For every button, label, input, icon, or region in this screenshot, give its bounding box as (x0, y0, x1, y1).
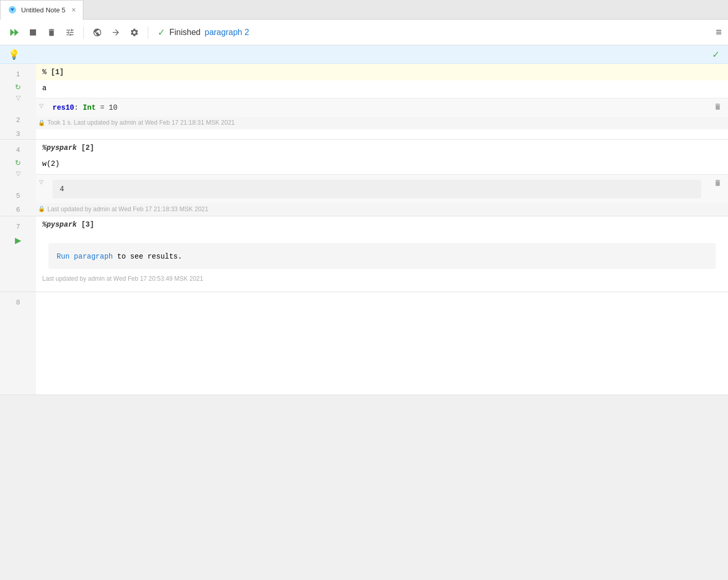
para-1-body: % [1] a ▽ res10: Int = 10 (36, 64, 728, 139)
para-1-gutter: 1 ↻ ▽ 2 3 (0, 64, 36, 139)
para-2-output-collapse[interactable]: ▽ (39, 179, 43, 185)
status-text: Finished (169, 28, 200, 37)
gear-button[interactable] (126, 24, 143, 41)
para-8-gutter: 8 (0, 292, 36, 395)
clear-button[interactable] (43, 24, 60, 41)
toolbar: ✓ Finished paragraph 2 ≡ (0, 20, 728, 45)
line-num-5: 5 (16, 191, 20, 201)
para-3-meta: Last updated by admin at Wed Feb 17 20:5… (42, 273, 722, 285)
arrow-right-icon (111, 28, 120, 37)
paragraph-2: 4 ↻ ▽ 5 6 %pyspark [2] w(2) ▽ (0, 140, 728, 216)
paragraph-8: 8 (0, 292, 728, 395)
svg-rect-3 (30, 29, 36, 36)
para-1-delete-button[interactable] (707, 98, 728, 117)
para-2-meta-text: Last updated by admin at Wed Feb 17 21:1… (47, 206, 209, 213)
zeppelin-icon (8, 5, 17, 14)
para-2-code-line-1: w(2) (42, 158, 722, 169)
para-1-res-keyword: res10 (53, 104, 74, 112)
stop-button[interactable] (25, 24, 41, 41)
hint-check-icon: ✓ (712, 49, 720, 60)
settings-button[interactable] (62, 24, 78, 41)
para-2-meta: 🔒 Last updated by admin at Wed Feb 17 21… (36, 203, 728, 216)
para-3-bracket: [3] (77, 220, 94, 229)
sliders-icon (65, 28, 75, 37)
para-3-magic: %pyspark (42, 220, 77, 229)
line-num-8: 8 (16, 297, 20, 308)
para-2-magic: %pyspark (42, 144, 77, 152)
para-2-collapse-button[interactable]: ▽ (16, 170, 21, 177)
para-1-output-content: res10: Int = 10 (46, 98, 707, 117)
para-3-run-para-box: Run paragraph to see results. (48, 243, 716, 269)
hint-bar: 💡 ✓ (0, 45, 728, 64)
line-num-6: 6 (16, 204, 20, 215)
para-1-meta: 🔒 Took 1 s. Last updated by admin at Wed… (36, 117, 728, 129)
para-2-delete-button[interactable] (707, 175, 728, 203)
para-1-lock-icon: 🔒 (38, 120, 45, 126)
para-1-collapse-button[interactable]: ▽ (16, 94, 21, 101)
para-1-output-collapse[interactable]: ▽ (39, 103, 43, 109)
para-1-bracket: [1] (46, 68, 64, 76)
run-all-icon (9, 27, 20, 38)
para-2-header[interactable]: %pyspark [2] (36, 140, 728, 156)
para-3-gutter: 7 ▶ (0, 216, 36, 292)
para-2-trash-icon (714, 179, 722, 187)
para-2-output-content: 4 (46, 175, 707, 203)
svg-marker-2 (14, 29, 19, 36)
para-3-run-result-area: Run paragraph to see results. Last updat… (36, 233, 728, 292)
line-num-4: 4 (16, 145, 20, 156)
hint-bulb-icon: 💡 (8, 49, 20, 60)
line-num-2: 2 (16, 115, 20, 126)
globe-button[interactable] (89, 24, 106, 41)
para-2-bracket: [2] (77, 144, 94, 152)
toolbar-divider-1 (83, 26, 84, 39)
line-num-7: 7 (16, 221, 20, 232)
line-num-1: 1 (16, 69, 20, 80)
para-1-header[interactable]: % [1] (36, 64, 728, 80)
para-1-trash-icon (714, 103, 722, 111)
stop-icon (29, 28, 37, 37)
paragraph-1: 1 ↻ ▽ 2 3 % [1] a ▽ r (0, 64, 728, 140)
para-2-gutter: 4 ↻ ▽ 5 6 (0, 140, 36, 215)
gear-icon (130, 28, 139, 37)
para-1-code[interactable]: a (36, 80, 728, 98)
notebook-tab[interactable]: Untitled Note 5 × (0, 0, 83, 20)
para-1-magic: % (42, 68, 46, 76)
para-3-run-link[interactable]: Run paragraph (57, 252, 113, 261)
para-1-type: Int (83, 104, 96, 112)
para-3-run-text: to see results. (113, 252, 182, 261)
para-1-output: ▽ res10: Int = 10 (36, 98, 728, 117)
line-num-3: 3 (16, 129, 20, 140)
trash-icon (47, 28, 56, 37)
para-2-run-button[interactable]: ↻ (15, 159, 21, 167)
para-3-body: %pyspark [3] Run paragraph to see result… (36, 216, 728, 292)
para-2-code[interactable]: w(2) (36, 156, 728, 174)
toolbar-menu-button[interactable]: ≡ (716, 26, 722, 38)
para-2-output: ▽ 4 (36, 174, 728, 203)
toolbar-divider-2 (148, 26, 148, 39)
paragraph-3: 7 ▶ %pyspark [3] Run paragraph to see re… (0, 216, 728, 292)
run-all-button[interactable] (6, 24, 23, 41)
para-2-lock-icon: 🔒 (38, 206, 45, 212)
main-area: 💡 ✓ 1 ↻ ▽ 2 3 % [1] a (0, 45, 728, 580)
globe-icon (93, 28, 102, 37)
para-2-output-gutter: ▽ (36, 175, 46, 203)
para-1-code-line-1: a (42, 82, 722, 94)
para-2-result-box: 4 (53, 180, 701, 198)
para-3-meta-text: Last updated by admin at Wed Feb 17 20:5… (42, 275, 203, 282)
tab-title: Untitled Note 5 (21, 6, 65, 14)
para-1-output-gutter: ▽ (36, 98, 46, 117)
para-1-run-button[interactable]: ↻ (15, 83, 21, 91)
para-2-result-value: 4 (60, 185, 64, 193)
para-3-run-button[interactable]: ▶ (15, 235, 21, 245)
notebook-content: 💡 ✓ 1 ↻ ▽ 2 3 % [1] a (0, 45, 728, 580)
svg-marker-1 (10, 29, 14, 36)
tab-close-button[interactable]: × (72, 6, 76, 14)
para-8-body[interactable] (36, 292, 728, 395)
para-3-header[interactable]: %pyspark [3] (36, 216, 728, 233)
arrow-button[interactable] (108, 24, 124, 41)
para-1-meta-text: Took 1 s. Last updated by admin at Wed F… (47, 119, 235, 126)
status-check-icon: ✓ (158, 27, 165, 38)
para-2-body: %pyspark [2] w(2) ▽ 4 (36, 140, 728, 215)
status-paragraph-link[interactable]: paragraph 2 (204, 28, 249, 37)
toolbar-status: ✓ Finished paragraph 2 (158, 27, 249, 38)
